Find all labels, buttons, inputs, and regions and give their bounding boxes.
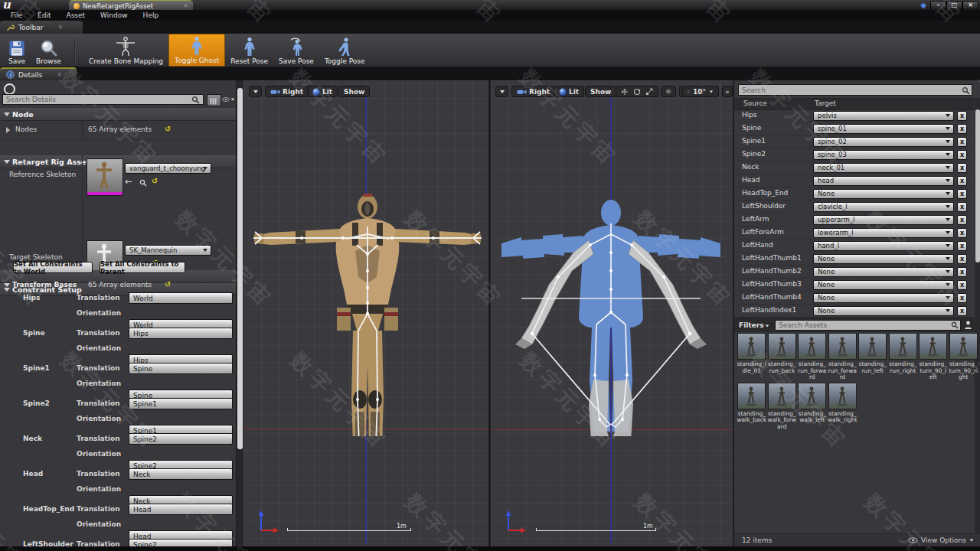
translate-tool-icon[interactable] <box>621 88 629 96</box>
target-bone-dropdown[interactable]: spine_03 <box>813 150 954 160</box>
toggle-pose-button[interactable]: Toggle Pose <box>319 35 371 67</box>
world-local-space-button[interactable] <box>661 86 676 97</box>
target-bone-dropdown[interactable]: neck_01 <box>813 163 954 173</box>
viewport-options-button[interactable] <box>495 86 508 97</box>
show-menu-button[interactable]: Show <box>585 86 616 97</box>
property-matrix-button[interactable] <box>207 94 221 106</box>
asset-item[interactable]: standing_walk_left <box>797 383 828 431</box>
scale-tool-icon[interactable] <box>645 88 653 96</box>
asset-item[interactable]: standing_run_back <box>767 333 798 381</box>
toolbar-tab-close-icon[interactable]: × <box>57 24 63 31</box>
asset-item[interactable]: standing_walk_forward <box>767 383 798 431</box>
toggle-ghost-button[interactable]: Toggle Ghost <box>168 34 225 67</box>
target-bone-dropdown[interactable]: None <box>813 306 954 316</box>
target-bone-dropdown[interactable]: spine_02 <box>813 137 954 147</box>
asset-item[interactable]: standing_run_forward <box>828 333 858 381</box>
reset-to-default-icon[interactable]: ↺ <box>165 280 171 289</box>
view-angle-button[interactable]: Right <box>511 86 555 97</box>
translation-dropdown[interactable]: World <box>129 292 233 304</box>
target-bone-dropdown[interactable]: upperarm_l <box>813 215 954 225</box>
translation-dropdown[interactable]: Spine1 <box>129 398 233 409</box>
clear-mapping-button[interactable]: x <box>957 215 967 225</box>
rotation-snap-value[interactable]: 10° <box>693 88 706 96</box>
reference-skeleton-thumbnail[interactable] <box>87 158 123 196</box>
set-constraints-world-button[interactable]: Set All Constraints to World <box>13 262 93 273</box>
menu-item[interactable]: Asset <box>59 11 93 19</box>
asset-item[interactable]: standing_idle_01 <box>737 333 767 381</box>
asset-search-input[interactable] <box>775 320 961 331</box>
reset-to-default-icon[interactable]: ↺ <box>152 177 158 185</box>
mapping-search-input[interactable] <box>738 84 972 96</box>
clear-mapping-button[interactable]: x <box>957 306 967 316</box>
menu-item[interactable]: Help <box>136 11 167 19</box>
target-bone-dropdown[interactable]: None <box>813 254 954 264</box>
clear-mapping-button[interactable]: x <box>957 202 967 212</box>
mapping-scrollbar-thumb[interactable] <box>975 109 980 262</box>
target-bone-dropdown[interactable]: head <box>813 176 954 186</box>
menu-item[interactable]: Window <box>93 11 136 19</box>
nodes-row[interactable]: Nodes 65 Array elements ↺ <box>0 121 236 140</box>
create-bone-mapping-button[interactable]: Create Bone Mapping <box>83 35 168 67</box>
clear-mapping-button[interactable]: x <box>957 241 967 251</box>
toolbar-tab[interactable]: Toolbar × <box>0 21 83 34</box>
clear-mapping-button[interactable]: x <box>957 111 967 121</box>
person-icon[interactable] <box>964 321 972 330</box>
view-options-button[interactable]: View Options <box>908 536 974 544</box>
target-bone-dropdown[interactable]: pelvis <box>813 111 954 121</box>
browse-to-asset-icon[interactable] <box>139 179 147 187</box>
toolbar-overflow-button[interactable]: » <box>722 86 733 97</box>
viewport-options-button[interactable] <box>249 86 262 97</box>
clear-mapping-button[interactable]: x <box>957 150 967 160</box>
clear-mapping-button[interactable]: x <box>957 280 967 290</box>
clear-mapping-button[interactable]: x <box>957 254 967 264</box>
details-scrollbar-thumb[interactable] <box>237 88 243 449</box>
filters-button[interactable]: Filters <box>739 321 764 329</box>
show-menu-button[interactable]: Show <box>338 86 370 97</box>
menu-item[interactable]: File <box>3 11 30 19</box>
use-selected-icon[interactable]: ← <box>125 177 132 187</box>
target-bone-dropdown[interactable]: spine_01 <box>813 124 954 134</box>
clear-mapping-button[interactable]: x <box>957 228 967 238</box>
target-bone-dropdown[interactable]: clavicle_l <box>813 202 954 212</box>
target-bone-dropdown[interactable]: None <box>813 293 954 303</box>
target-bone-dropdown[interactable]: None <box>813 267 954 277</box>
asset-item[interactable]: standing_run_forward <box>797 333 828 381</box>
clear-mapping-button[interactable]: x <box>957 189 967 199</box>
asset-item[interactable]: standing_turn_90_right <box>949 333 979 381</box>
target-bone-dropdown[interactable]: lowerarm_l <box>813 228 954 238</box>
source-viewport[interactable]: Right Lit Show 1m <box>243 80 488 551</box>
reset-pose-button[interactable]: Reset Pose <box>225 35 273 67</box>
target-skeleton-dropdown[interactable]: SK_Mannequin <box>125 245 211 256</box>
clear-mapping-button[interactable]: x <box>957 176 967 186</box>
target-viewport[interactable]: Right Lit Show <box>491 80 733 551</box>
save-button[interactable]: Save <box>3 38 31 67</box>
browse-button[interactable]: Browse <box>31 37 67 67</box>
asset-tab-close-icon[interactable]: × <box>183 2 188 9</box>
details-tab[interactable]: i Details × <box>0 67 77 80</box>
collapsed-arrow-icon[interactable] <box>6 127 10 133</box>
translation-dropdown[interactable]: Neck <box>129 468 233 480</box>
asset-item[interactable]: standing_run_left <box>858 333 888 381</box>
set-constraints-parent-button[interactable]: Set All Constraints to Parent <box>100 262 185 273</box>
view-mode-button[interactable]: Lit <box>307 86 338 97</box>
clear-mapping-button[interactable]: x <box>957 163 967 173</box>
target-bone-dropdown[interactable]: None <box>813 189 954 199</box>
reference-skeleton-dropdown[interactable]: vanguard_t_choonyung <box>125 163 211 174</box>
details-tab-close-icon[interactable]: × <box>57 71 62 78</box>
asset-item[interactable]: standing_walk_right <box>828 383 858 431</box>
clear-mapping-button[interactable]: x <box>957 137 967 147</box>
display-filter-button[interactable] <box>222 94 235 105</box>
translation-dropdown[interactable]: Head <box>129 504 233 515</box>
target-bone-dropdown[interactable]: hand_l <box>813 241 954 251</box>
asset-tab[interactable]: NewRetargetRigAsset × <box>69 0 193 11</box>
clear-mapping-button[interactable]: x <box>957 124 967 134</box>
translation-dropdown[interactable]: Spine <box>129 363 233 374</box>
asset-item[interactable]: standing_walk_back <box>737 383 767 431</box>
asset-item[interactable]: standing_turn_90_left <box>918 333 949 381</box>
node-section-header[interactable]: Node <box>0 108 236 121</box>
view-angle-button[interactable]: Right <box>265 86 309 97</box>
view-mode-button[interactable]: Lit <box>554 86 584 97</box>
rotate-tool-icon[interactable] <box>633 88 641 96</box>
clear-mapping-button[interactable]: x <box>957 267 967 277</box>
asset-item[interactable]: standing_run_right <box>888 333 919 381</box>
